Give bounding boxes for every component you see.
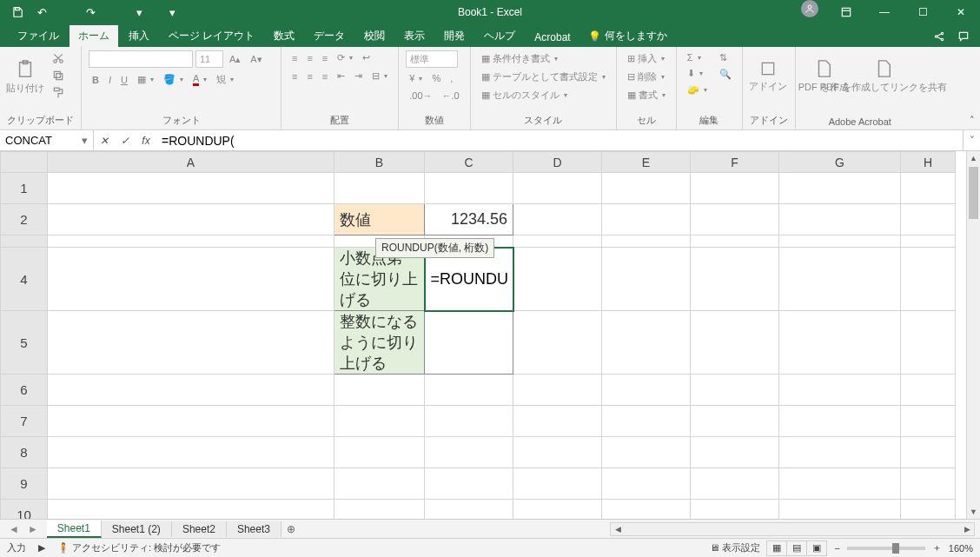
row-header-9[interactable]: 9 (1, 468, 48, 500)
number-format-combo[interactable]: 標準 (406, 50, 458, 68)
col-header-e[interactable]: E (602, 152, 691, 173)
delete-cells-button[interactable]: ⊟ 削除 (624, 69, 669, 85)
paste-button[interactable]: 貼り付け (7, 50, 43, 103)
merge-button[interactable]: ⊟ (368, 69, 391, 83)
increase-font-icon[interactable]: A▴ (226, 52, 244, 67)
redo-icon[interactable]: ↷ (80, 3, 101, 22)
name-box[interactable]: ▾ (0, 130, 94, 150)
sheet-tab-3[interactable]: Sheet2 (172, 521, 227, 537)
col-header-b[interactable]: B (334, 152, 425, 173)
share-button[interactable] (928, 26, 950, 47)
cell-c2[interactable]: 1234.56 (425, 204, 513, 235)
row-header-6[interactable]: 6 (1, 375, 48, 406)
font-color-button[interactable]: A (189, 71, 210, 88)
cell-c5[interactable] (425, 311, 513, 375)
tab-view[interactable]: 表示 (395, 25, 434, 47)
fill-button[interactable]: ⬇ (684, 66, 711, 81)
vertical-scrollbar[interactable]: ▲ ▼ (966, 151, 980, 519)
insert-function-icon[interactable]: fx (136, 135, 156, 147)
align-bottom-icon[interactable]: ≡ (319, 51, 331, 65)
row-header-7[interactable]: 7 (1, 406, 48, 437)
horizontal-scrollbar[interactable]: ◀ ▶ (610, 522, 975, 536)
vertical-scroll-thumb[interactable] (969, 167, 978, 219)
insert-cells-button[interactable]: ⊞ 挿入 (624, 50, 669, 67)
name-box-input[interactable] (5, 134, 66, 147)
sheet-tab-1[interactable]: Sheet1 (47, 521, 102, 538)
cell-styles-button[interactable]: ▦ セルのスタイル (478, 87, 609, 103)
format-painter-button[interactable] (49, 85, 68, 101)
save-icon[interactable] (7, 3, 28, 22)
formula-input[interactable] (156, 130, 963, 150)
minimize-button[interactable]: ― (865, 0, 904, 24)
close-button[interactable]: ✕ (942, 0, 980, 24)
format-cells-button[interactable]: ▦ 書式 (624, 87, 669, 103)
clear-button[interactable]: 🧽 (684, 83, 711, 97)
align-left-icon[interactable]: ≡ (288, 70, 301, 83)
align-center-icon[interactable]: ≡ (303, 70, 315, 83)
border-button[interactable]: ▦ (134, 72, 157, 87)
row-header-5[interactable]: 5 (1, 311, 48, 375)
decrease-decimal-icon[interactable]: ←.0 (439, 89, 463, 103)
tab-formulas[interactable]: 数式 (265, 25, 303, 47)
tab-review[interactable]: 校閲 (355, 25, 394, 47)
fill-color-button[interactable]: 🪣 (160, 72, 187, 87)
col-header-h[interactable]: H (901, 152, 956, 173)
row-header-10[interactable]: 10 (1, 500, 48, 520)
cell-b5[interactable]: 整数になるように切り上げる (334, 311, 425, 375)
qat-customize-icon[interactable]: ▾ (162, 3, 182, 22)
scroll-down-icon[interactable]: ▼ (967, 505, 980, 519)
font-name-combo[interactable] (89, 50, 193, 68)
normal-view-icon[interactable]: ▦ (766, 540, 787, 556)
page-layout-view-icon[interactable]: ▤ (786, 540, 807, 556)
col-header-c[interactable]: C (425, 152, 513, 173)
col-header-f[interactable]: F (691, 152, 779, 173)
scroll-left-icon[interactable]: ◀ (611, 523, 625, 535)
display-settings-button[interactable]: 🖥 表示設定 (710, 541, 760, 554)
increase-indent-icon[interactable]: ⇥ (351, 69, 366, 83)
ribbon-options-icon[interactable] (827, 0, 865, 24)
row-header-2[interactable]: 2 (1, 204, 48, 235)
autosum-button[interactable]: Σ (684, 50, 711, 64)
add-sheet-button[interactable]: ⊕ (281, 523, 301, 535)
scroll-right-icon[interactable]: ▶ (960, 523, 974, 535)
orientation-icon[interactable]: ⟳ (334, 50, 356, 65)
align-middle-icon[interactable]: ≡ (303, 51, 315, 65)
row-header-4[interactable]: 4 (1, 248, 48, 311)
italic-button[interactable]: I (105, 73, 115, 87)
undo-dropdown[interactable] (56, 3, 76, 22)
comments-button[interactable] (952, 26, 975, 47)
font-size-combo[interactable]: 11 (195, 50, 223, 68)
qat-more-icon[interactable]: ▾ (129, 3, 149, 22)
bold-button[interactable]: B (89, 73, 103, 87)
redo-dropdown[interactable] (104, 3, 125, 22)
sheet-nav[interactable]: ◄► (0, 523, 47, 535)
col-header-d[interactable]: D (513, 152, 602, 173)
zoom-in-button[interactable]: ＋ (932, 541, 942, 554)
account-avatar[interactable] (801, 0, 818, 17)
phonetic-button[interactable]: 䂓 (213, 71, 237, 88)
tab-help[interactable]: ヘルプ (475, 25, 524, 47)
col-header-a[interactable]: A (48, 152, 334, 173)
create-pdf-button[interactable]: PDF を作成 (803, 50, 844, 103)
maximize-button[interactable]: ☐ (904, 0, 942, 24)
tab-acrobat[interactable]: Acrobat (526, 28, 579, 47)
wrap-text-button[interactable]: ↩ (359, 50, 374, 65)
cut-button[interactable] (49, 50, 68, 66)
find-select-button[interactable]: 🔍 (716, 67, 735, 82)
tab-data[interactable]: データ (305, 25, 354, 47)
page-break-view-icon[interactable]: ▣ (806, 540, 827, 556)
zoom-slider[interactable] (847, 547, 925, 550)
decrease-indent-icon[interactable]: ⇤ (334, 69, 348, 83)
accessibility-status[interactable]: 🧍 アクセシビリティ: 検討が必要です (57, 541, 221, 554)
tell-me-search[interactable]: 💡 何をしますか (581, 25, 674, 47)
accounting-format-icon[interactable]: ¥ (406, 71, 426, 85)
enter-formula-icon[interactable]: ✓ (115, 135, 136, 147)
row-header-3[interactable] (1, 235, 48, 248)
format-as-table-button[interactable]: ▦ テーブルとして書式設定 (478, 69, 609, 85)
cancel-formula-icon[interactable]: ✕ (94, 135, 115, 147)
tab-home[interactable]: ホーム (70, 25, 118, 47)
worksheet-grid[interactable]: A B C D E F G H 1 2 数値 1234.56 4 小数点第一位に… (0, 151, 980, 519)
zoom-level[interactable]: 160% (949, 543, 973, 554)
tab-file[interactable]: ファイル (9, 25, 68, 47)
zoom-out-button[interactable]: − (834, 543, 839, 554)
